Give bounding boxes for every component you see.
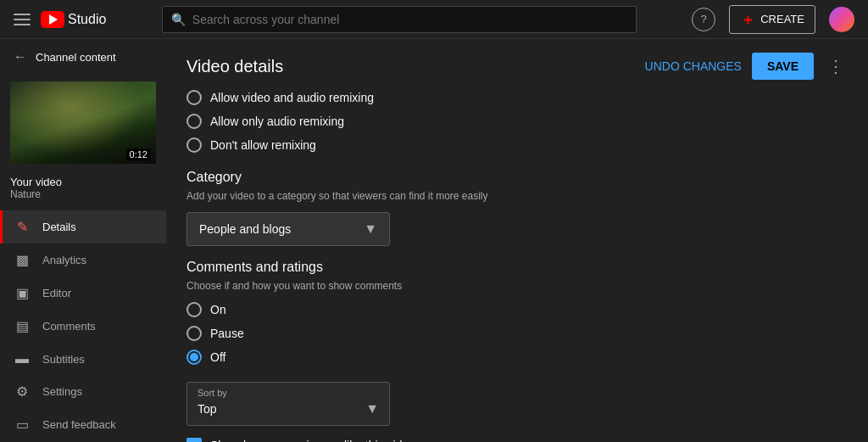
comments-on[interactable]: On [186, 302, 848, 317]
feedback-icon: ▭ [14, 417, 31, 433]
back-arrow-icon: ← [14, 49, 27, 64]
radio-comments-pause[interactable] [186, 326, 202, 341]
sidebar-item-label: Subtitles [42, 353, 85, 366]
video-subtitle: Nature [10, 188, 156, 200]
analytics-icon: ▩ [14, 252, 31, 268]
video-title: Your video [10, 176, 156, 188]
radio-comments-off[interactable] [186, 350, 202, 365]
category-dropdown[interactable]: People and blogs ▼ [186, 212, 390, 246]
save-button[interactable]: SAVE [752, 53, 814, 80]
video-thumbnail: 0:12 [10, 81, 156, 164]
comments-off-label: Off [210, 350, 225, 364]
video-info: Your video Nature [0, 171, 166, 204]
sidebar-item-settings[interactable]: ⚙ Settings [0, 375, 166, 408]
video-thumbnail-container: 0:12 [0, 75, 166, 171]
details-actions: UNDO CHANGES SAVE ⋮ [645, 53, 848, 80]
remixing-allow-audio-label: Allow only audio remixing [210, 115, 344, 128]
editor-icon: ▣ [14, 285, 31, 301]
details-content: Allow video and audio remixing Allow onl… [166, 90, 868, 442]
yt-logo: Studio [41, 11, 106, 28]
radio-allow-audio[interactable] [186, 114, 202, 129]
sidebar-item-label: Send feedback [42, 418, 116, 431]
comments-pause-label: Pause [210, 327, 244, 340]
sidebar: ← Channel content 0:12 Your video Nature… [0, 39, 166, 442]
more-options-button[interactable]: ⋮ [824, 53, 848, 80]
sort-dropdown-arrow: ▼ [365, 401, 379, 417]
show-likes-label: Show how many viewers like this video [210, 439, 415, 442]
details-icon: ✎ [14, 219, 31, 235]
main-content: ← Channel content 0:12 Your video Nature… [0, 39, 868, 442]
video-duration: 0:12 [126, 148, 151, 160]
topbar-right: ? ＋ CREATE [692, 5, 854, 34]
search-input[interactable] [192, 13, 627, 26]
remixing-options: Allow video and audio remixing Allow onl… [186, 90, 848, 153]
comments-pause[interactable]: Pause [186, 326, 848, 341]
radio-comments-on[interactable] [186, 302, 202, 317]
sidebar-item-subtitles[interactable]: ▬ Subtitles [0, 343, 166, 375]
comments-options: On Pause Off [186, 302, 848, 365]
sidebar-item-label: Analytics [42, 254, 86, 266]
youtube-icon [41, 11, 64, 28]
create-plus-icon: ＋ [740, 9, 755, 30]
sort-dropdown[interactable]: Top ▼ [187, 398, 389, 425]
sidebar-item-label: Editor [42, 287, 71, 299]
category-dropdown-arrow: ▼ [364, 221, 377, 237]
comments-icon: ▤ [14, 318, 31, 334]
sidebar-item-details[interactable]: ✎ Details [0, 210, 166, 243]
topbar-left: Studio [14, 11, 106, 28]
category-title: Category [186, 170, 848, 185]
comments-description: Choose if and how you want to show comme… [186, 280, 848, 292]
sort-value: Top [198, 402, 217, 416]
comments-off[interactable]: Off [186, 350, 848, 365]
sidebar-item-analytics[interactable]: ▩ Analytics [0, 243, 166, 277]
category-selected: People and blogs [199, 222, 291, 236]
sort-label: Sort by [187, 383, 389, 398]
comments-section: Comments and ratings Choose if and how y… [186, 260, 848, 442]
subtitles-icon: ▬ [14, 351, 31, 366]
hamburger-menu[interactable] [14, 14, 31, 25]
sidebar-item-editor[interactable]: ▣ Editor [0, 277, 166, 310]
category-section: Category Add your video to a category so… [186, 170, 848, 246]
search-icon: 🔍 [171, 13, 186, 26]
help-button[interactable]: ? [692, 8, 715, 31]
sidebar-item-label: Comments [42, 320, 96, 333]
search-bar[interactable]: 🔍 [162, 6, 637, 33]
remixing-allow-audio[interactable]: Allow only audio remixing [186, 114, 848, 129]
remixing-no-remixing-label: Don't allow remixing [210, 138, 316, 152]
radio-no-remixing[interactable] [186, 137, 202, 153]
comments-on-label: On [210, 303, 226, 316]
studio-label: Studio [68, 12, 106, 27]
create-label: CREATE [760, 13, 804, 25]
sidebar-item-label: Settings [42, 385, 82, 398]
radio-allow-both[interactable] [186, 90, 202, 105]
settings-icon: ⚙ [14, 383, 31, 400]
sidebar-nav: ✎ Details ▩ Analytics ▣ Editor ▤ Comment… [0, 210, 166, 441]
comments-title: Comments and ratings [186, 260, 848, 275]
sidebar-item-comments[interactable]: ▤ Comments [0, 310, 166, 343]
category-description: Add your video to a category so that vie… [186, 190, 848, 202]
details-title: Video details [186, 57, 283, 76]
details-area: Video details UNDO CHANGES SAVE ⋮ Allow … [166, 39, 868, 442]
undo-changes-button[interactable]: UNDO CHANGES [645, 59, 742, 73]
details-header: Video details UNDO CHANGES SAVE ⋮ [166, 39, 868, 90]
channel-content-label: Channel content [36, 51, 116, 64]
avatar[interactable] [829, 7, 854, 32]
remixing-allow-both[interactable]: Allow video and audio remixing [186, 90, 848, 105]
sidebar-back[interactable]: ← Channel content [0, 39, 166, 75]
sidebar-item-label: Details [42, 221, 76, 233]
sidebar-item-send-feedback[interactable]: ▭ Send feedback [0, 408, 166, 441]
topbar: Studio 🔍 ? ＋ CREATE [0, 0, 868, 39]
remixing-allow-both-label: Allow video and audio remixing [210, 91, 374, 104]
show-likes-option[interactable]: Show how many viewers like this video [186, 438, 848, 442]
create-button[interactable]: ＋ CREATE [729, 5, 815, 34]
remixing-no-remixing[interactable]: Don't allow remixing [186, 137, 848, 153]
show-likes-checkbox[interactable] [186, 438, 202, 442]
sort-dropdown-container: Sort by Top ▼ [186, 382, 390, 426]
